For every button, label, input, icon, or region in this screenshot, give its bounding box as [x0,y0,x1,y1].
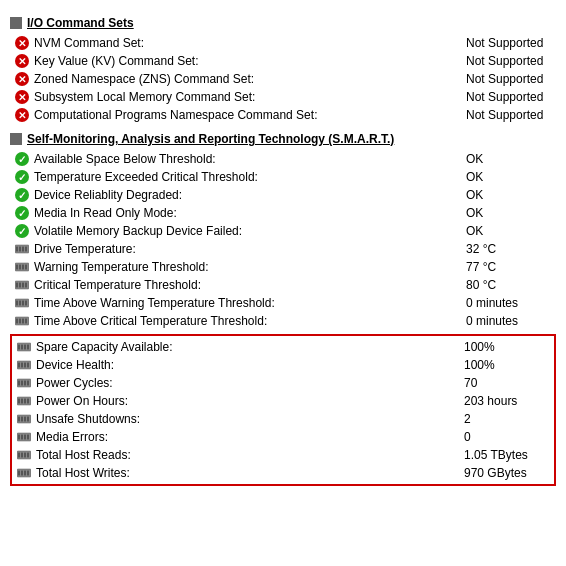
highlight-item-3: Power On Hours: 203 hours [12,392,554,410]
svg-rect-23 [22,318,24,323]
svg-rect-31 [18,362,20,367]
io-label-0: NVM Command Set: [34,36,456,50]
drive-icon [15,298,29,309]
temp-item-0: Drive Temperature: 32 °C [10,240,556,258]
io-command-sets-header: I/O Command Sets [10,16,556,30]
svg-rect-38 [24,380,26,385]
ok-icon: ✓ [15,152,29,166]
svg-rect-42 [21,398,23,403]
io-value-3: Not Supported [456,90,556,104]
highlight-value-6: 1.05 TBytes [454,448,554,462]
svg-rect-6 [16,264,18,269]
svg-rect-52 [21,434,23,439]
highlight-icon-5 [16,429,32,445]
svg-rect-36 [18,380,20,385]
ok-icon: ✓ [15,206,29,220]
error-icon: ✕ [15,36,29,50]
svg-rect-22 [19,318,21,323]
highlight-label-2: Power Cycles: [36,376,454,390]
highlight-label-6: Total Host Reads: [36,448,454,462]
drive-icon [17,414,31,425]
highlight-label-7: Total Host Writes: [36,466,454,480]
svg-rect-16 [16,300,18,305]
highlighted-metrics-box: Spare Capacity Available: 100% Device He… [10,334,556,486]
svg-rect-4 [25,246,27,251]
drive-icon [17,360,31,371]
svg-rect-47 [21,416,23,421]
temp-label-2: Critical Temperature Threshold: [34,278,456,292]
svg-rect-57 [21,452,23,457]
smart-icon-1: ✓ [14,169,30,185]
drive-icon [17,378,31,389]
io-icon-4: ✕ [14,107,30,123]
smart-label-3: Media In Read Only Mode: [34,206,456,220]
smart-value-2: OK [456,188,556,202]
svg-rect-24 [25,318,27,323]
temp-value-0: 32 °C [456,242,556,256]
svg-rect-33 [24,362,26,367]
smart-value-0: OK [456,152,556,166]
svg-rect-49 [27,416,29,421]
highlight-item-2: Power Cycles: 70 [12,374,554,392]
svg-rect-37 [21,380,23,385]
highlight-icon-2 [16,375,32,391]
io-section-icon [10,17,22,29]
io-item-2: ✕ Zoned Namespace (ZNS) Command Set: Not… [10,70,556,88]
io-label-4: Computational Programs Namespace Command… [34,108,456,122]
drive-icon [17,396,31,407]
highlight-item-4: Unsafe Shutdowns: 2 [12,410,554,428]
svg-rect-1 [16,246,18,251]
io-item-1: ✕ Key Value (KV) Command Set: Not Suppor… [10,52,556,70]
io-icon-3: ✕ [14,89,30,105]
svg-rect-59 [27,452,29,457]
drive-icon [15,280,29,291]
error-icon: ✕ [15,54,29,68]
temp-icon-2 [14,277,30,293]
svg-rect-3 [22,246,24,251]
error-icon: ✕ [15,72,29,86]
svg-rect-11 [16,282,18,287]
highlight-item-7: Total Host Writes: 970 GBytes [12,464,554,482]
highlight-label-0: Spare Capacity Available: [36,340,454,354]
svg-rect-63 [24,470,26,475]
smart-section-title: Self-Monitoring, Analysis and Reporting … [27,132,394,146]
smart-icon-4: ✓ [14,223,30,239]
io-item-3: ✕ Subsystem Local Memory Command Set: No… [10,88,556,106]
highlight-value-5: 0 [454,430,554,444]
ok-icon: ✓ [15,224,29,238]
highlight-icon-4 [16,411,32,427]
highlight-value-4: 2 [454,412,554,426]
io-value-0: Not Supported [456,36,556,50]
smart-section-icon [10,133,22,145]
io-item-0: ✕ NVM Command Set: Not Supported [10,34,556,52]
svg-rect-44 [27,398,29,403]
io-label-2: Zoned Namespace (ZNS) Command Set: [34,72,456,86]
highlight-label-4: Unsafe Shutdowns: [36,412,454,426]
highlight-value-7: 970 GBytes [454,466,554,480]
smart-value-1: OK [456,170,556,184]
drive-icon [17,342,31,353]
svg-rect-27 [21,344,23,349]
temp-value-4: 0 minutes [456,314,556,328]
smart-icon-2: ✓ [14,187,30,203]
highlight-icon-0 [16,339,32,355]
temp-label-3: Time Above Warning Temperature Threshold… [34,296,456,310]
highlight-icon-7 [16,465,32,481]
io-icon-1: ✕ [14,53,30,69]
highlight-label-1: Device Health: [36,358,454,372]
io-icon-2: ✕ [14,71,30,87]
svg-rect-53 [24,434,26,439]
highlight-value-2: 70 [454,376,554,390]
smart-item-1: ✓ Temperature Exceeded Critical Threshol… [10,168,556,186]
highlight-item-0: Spare Capacity Available: 100% [12,338,554,356]
ok-icon: ✓ [15,170,29,184]
io-section-title: I/O Command Sets [27,16,134,30]
temp-value-1: 77 °C [456,260,556,274]
svg-rect-56 [18,452,20,457]
temp-icon-4 [14,313,30,329]
smart-icon-0: ✓ [14,151,30,167]
temp-item-2: Critical Temperature Threshold: 80 °C [10,276,556,294]
drive-icon [15,316,29,327]
svg-rect-7 [19,264,21,269]
smart-section: Self-Monitoring, Analysis and Reporting … [10,132,556,486]
